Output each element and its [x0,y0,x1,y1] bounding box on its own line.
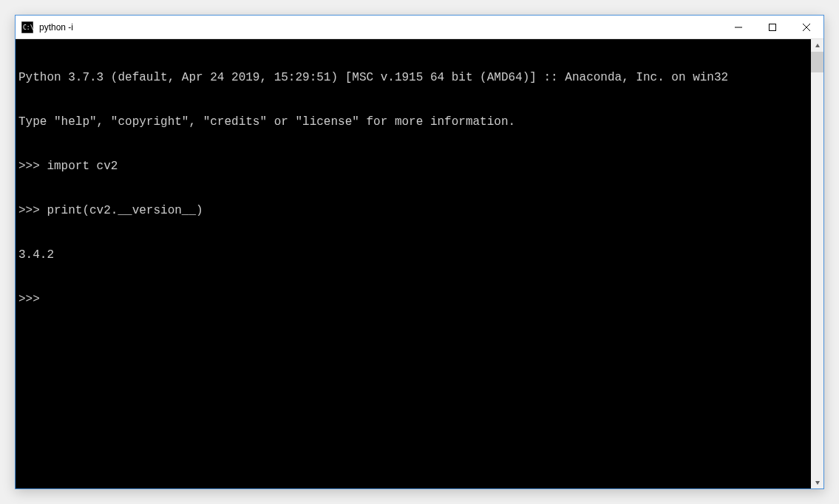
minimize-button[interactable] [721,16,755,38]
window-controls [721,16,823,38]
cmd-icon: C:\ [21,21,33,33]
terminal-line: >>> print(cv2.__version__) [18,203,808,218]
scroll-down-arrow-icon[interactable] [811,476,823,488]
scrollbar-thumb[interactable] [811,52,823,72]
window-title: python -i [39,22,721,33]
close-button[interactable] [789,16,823,38]
svg-rect-3 [770,24,776,30]
vertical-scrollbar[interactable] [811,39,823,488]
maximize-button[interactable] [755,16,789,38]
terminal-line: 3.4.2 [18,248,808,262]
terminal-prompt: >>> [18,292,808,307]
titlebar[interactable]: C:\ python -i [16,16,823,39]
scrollbar-track[interactable] [811,52,823,476]
scroll-up-arrow-icon[interactable] [811,39,823,52]
content-area: Python 3.7.3 (default, Apr 24 2019, 15:2… [16,39,823,488]
terminal-line: Type "help", "copyright", "credits" or "… [18,115,808,129]
svg-marker-6 [815,44,820,47]
svg-marker-7 [815,481,820,485]
terminal-output[interactable]: Python 3.7.3 (default, Apr 24 2019, 15:2… [16,39,811,488]
terminal-line: Python 3.7.3 (default, Apr 24 2019, 15:2… [18,70,808,85]
terminal-line: >>> import cv2 [18,159,808,174]
console-window: C:\ python -i Python 3.7.3 (default, Apr… [15,15,824,489]
prompt-text: >>> [18,293,47,306]
svg-text:C:\: C:\ [23,24,33,31]
